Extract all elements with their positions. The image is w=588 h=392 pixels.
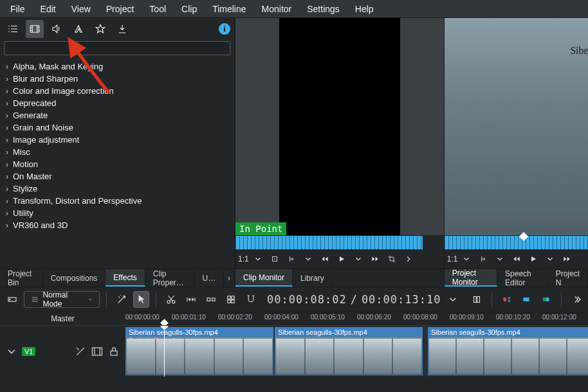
tag-red-icon[interactable] bbox=[499, 291, 515, 308]
timeline-clip[interactable]: Siberian seagulls-30fps.mp4 bbox=[428, 327, 588, 375]
video-icon[interactable] bbox=[91, 345, 104, 358]
effect-category[interactable]: Image adjustment bbox=[0, 134, 234, 146]
tab-clip-properties[interactable]: Clip Proper… bbox=[145, 269, 195, 287]
chevron-right-icon[interactable] bbox=[401, 251, 416, 267]
tab-scroll-right-icon[interactable]: › bbox=[224, 269, 234, 287]
timeline-clip[interactable]: Siberian seagulls-30fps.mp4 Fade in/Tran… bbox=[125, 327, 273, 375]
menu-settings[interactable]: Settings bbox=[300, 2, 346, 16]
track-body-v1[interactable]: Siberian seagulls-30fps.mp4 Fade in/Tran… bbox=[125, 325, 588, 377]
toggle-track-icon[interactable] bbox=[4, 291, 20, 308]
chevron-down-icon[interactable] bbox=[250, 251, 266, 267]
svg-rect-14 bbox=[477, 297, 480, 303]
tab-library[interactable]: Library bbox=[293, 269, 333, 287]
project-monitor-canvas[interactable]: Siber bbox=[445, 18, 588, 235]
master-track-label[interactable]: Master bbox=[0, 312, 125, 325]
effect-category[interactable]: VR360 and 3D bbox=[0, 219, 234, 231]
track-name-badge[interactable]: V1 bbox=[22, 347, 35, 356]
menu-edit[interactable]: Edit bbox=[34, 2, 62, 16]
spacer-tool-icon[interactable] bbox=[183, 291, 199, 308]
effects-search-input[interactable] bbox=[4, 41, 230, 55]
effect-category[interactable]: On Master bbox=[0, 170, 234, 183]
tab-effects[interactable]: Effects bbox=[106, 269, 145, 287]
tab-speech-editor[interactable]: Speech Editor bbox=[497, 269, 548, 287]
wand-icon[interactable] bbox=[113, 291, 129, 308]
razor-tool-icon[interactable] bbox=[163, 291, 179, 308]
track-header-v1[interactable]: V1 bbox=[0, 325, 125, 377]
forward-icon[interactable] bbox=[559, 251, 574, 267]
rewind-icon[interactable] bbox=[317, 251, 333, 267]
effect-category[interactable]: Misc bbox=[0, 146, 234, 158]
tab-project-notes[interactable]: Project N bbox=[548, 269, 588, 287]
clip-monitor-canvas[interactable]: In Point bbox=[235, 18, 444, 235]
custom-effects-icon[interactable] bbox=[69, 20, 87, 38]
set-in-icon[interactable] bbox=[284, 251, 299, 267]
tab-overflow[interactable]: U… bbox=[195, 269, 225, 287]
effect-category[interactable]: Transform, Distort and Perspective bbox=[0, 195, 234, 207]
svg-rect-0 bbox=[30, 26, 39, 33]
info-icon[interactable]: i bbox=[219, 23, 230, 35]
audio-effects-icon[interactable] bbox=[48, 20, 66, 38]
ripple-tool-icon[interactable] bbox=[203, 291, 219, 308]
timeline-clip[interactable]: Siberian seagulls-30fps.mp4 bbox=[275, 327, 423, 375]
menu-project[interactable]: Project bbox=[100, 2, 141, 16]
chevron-down-icon[interactable] bbox=[542, 251, 558, 267]
play-icon[interactable] bbox=[526, 251, 541, 267]
svg-rect-10 bbox=[232, 296, 235, 299]
tab-project-bin[interactable]: Project Bin bbox=[0, 269, 43, 287]
chevron-down-icon[interactable] bbox=[445, 291, 461, 308]
tab-project-monitor[interactable]: Project Monitor bbox=[445, 269, 497, 287]
tree-view-icon[interactable] bbox=[4, 20, 22, 38]
timecode-current[interactable]: 00:00:08:02 bbox=[267, 293, 347, 306]
menu-tool[interactable]: Tool bbox=[143, 2, 172, 16]
left-dock-tabs: Project Bin Compositions Effects Clip Pr… bbox=[0, 269, 234, 287]
overflow-icon[interactable] bbox=[568, 291, 584, 308]
mixer-icon[interactable] bbox=[469, 291, 485, 308]
effect-category[interactable]: Generate bbox=[0, 109, 234, 121]
effects-tree[interactable]: Alpha, Mask and Keying Blur and Sharpen … bbox=[0, 58, 234, 269]
effect-category[interactable]: Blur and Sharpen bbox=[0, 73, 234, 85]
chevron-down-icon[interactable] bbox=[300, 251, 316, 267]
crop-icon[interactable] bbox=[384, 251, 400, 267]
effect-category[interactable]: Utility bbox=[0, 207, 234, 219]
chevron-down-icon[interactable] bbox=[5, 345, 18, 358]
effect-category[interactable]: Grain and Noise bbox=[0, 121, 234, 134]
effect-category[interactable]: Color and Image correction bbox=[0, 85, 234, 97]
chevron-down-icon[interactable] bbox=[351, 251, 366, 267]
effect-category[interactable]: Alpha, Mask and Keying bbox=[0, 60, 234, 73]
menu-timeline[interactable]: Timeline bbox=[206, 2, 252, 16]
group-tool-icon[interactable] bbox=[223, 291, 239, 308]
tab-compositions[interactable]: Compositions bbox=[43, 269, 106, 287]
lock-icon[interactable] bbox=[107, 345, 120, 358]
menu-clip[interactable]: Clip bbox=[175, 2, 203, 16]
forward-icon[interactable] bbox=[367, 251, 383, 267]
zoom-ratio[interactable]: 1:1 bbox=[238, 254, 249, 263]
timeline-ruler[interactable]: 00:00:00:00 00:00:01:10 00:00:02:20 00:0… bbox=[125, 312, 588, 325]
clip-monitor-ruler[interactable] bbox=[235, 235, 444, 249]
select-tool-icon[interactable] bbox=[133, 291, 149, 308]
marker-icon[interactable] bbox=[267, 251, 282, 267]
effect-category[interactable]: Motion bbox=[0, 158, 234, 170]
tag-green-icon[interactable] bbox=[538, 291, 555, 308]
download-effects-icon[interactable] bbox=[113, 20, 131, 38]
rewind-icon[interactable] bbox=[509, 251, 524, 267]
edit-mode-combo[interactable]: Normal Mode bbox=[24, 291, 100, 308]
menu-view[interactable]: View bbox=[65, 2, 97, 16]
tab-clip-monitor[interactable]: Clip Monitor bbox=[235, 269, 293, 287]
effect-category[interactable]: Stylize bbox=[0, 183, 234, 195]
chevron-down-icon[interactable] bbox=[459, 251, 474, 267]
video-effects-icon[interactable] bbox=[26, 20, 44, 38]
set-in-icon[interactable] bbox=[475, 251, 491, 267]
tag-blue-icon[interactable] bbox=[519, 291, 535, 308]
snap-icon[interactable] bbox=[243, 291, 259, 308]
effect-category[interactable]: Deprecated bbox=[0, 97, 234, 109]
menu-file[interactable]: File bbox=[4, 2, 32, 16]
play-icon[interactable] bbox=[334, 251, 349, 267]
menu-help[interactable]: Help bbox=[349, 2, 380, 16]
chevron-down-icon[interactable] bbox=[492, 251, 508, 267]
timeline-playhead-line[interactable] bbox=[164, 326, 165, 377]
project-monitor-ruler[interactable] bbox=[445, 235, 588, 249]
favorite-effects-icon[interactable] bbox=[91, 20, 109, 38]
zoom-ratio[interactable]: 1:1 bbox=[447, 254, 458, 263]
menu-monitor[interactable]: Monitor bbox=[255, 2, 299, 16]
fx-icon[interactable] bbox=[74, 345, 87, 358]
